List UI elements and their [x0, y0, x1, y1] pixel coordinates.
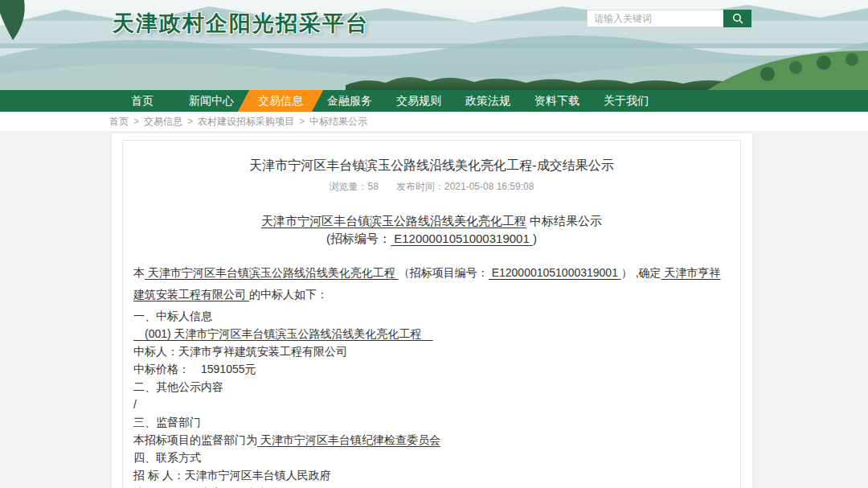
plain-text: 中标价格： 1591055元	[133, 363, 256, 375]
plain-text: 本招标项目的监督部门为	[133, 433, 257, 446]
breadcrumb-separator: >	[187, 116, 193, 127]
plain-text: 的中标人如下：	[249, 288, 328, 301]
notice-heading: 天津市宁河区丰台镇滨玉公路线沿线美化亮化工程 中标结果公示 (招标编号： E12…	[133, 212, 730, 248]
underlined-text: 天津市宁河区丰台镇滨玉公路线沿线美化亮化工程	[261, 214, 526, 228]
publish-time: 2021-05-08 16:59:08	[444, 181, 534, 192]
nav-item[interactable]: 交易信息	[246, 90, 315, 112]
publish-time-label: 发布时间：	[396, 181, 444, 192]
nav-item-label: 交易规则	[396, 94, 441, 107]
nav-item-label: 金融服务	[327, 94, 372, 107]
article-line: 招 标 人：天津市宁河区丰台镇人民政府	[133, 466, 730, 484]
breadcrumb-item[interactable]: 农村建设招标采购项目	[198, 116, 294, 127]
article-line: 二、其他公示内容	[133, 378, 730, 396]
breadcrumb-item[interactable]: 交易信息	[144, 116, 182, 127]
article-line: 本招标项目的监督部门为 天津市宁河区丰台镇纪律检查委员会	[133, 431, 730, 449]
announcement-paragraph: 本 天津市宁河区丰台镇滨玉公路线沿线美化亮化工程 （招标项目编号： E12000…	[133, 262, 730, 306]
plain-text: )	[533, 232, 537, 245]
breadcrumb-separator: >	[133, 116, 139, 127]
underlined-text: 天津市宁河区丰台镇滨玉公路线沿线美化亮化工程	[145, 266, 399, 279]
search-button[interactable]	[723, 10, 751, 27]
plain-text: 一、中标人信息	[133, 310, 212, 322]
article-line: 四、联系方式	[133, 449, 730, 466]
plain-text: 本	[133, 266, 145, 279]
article-line: 一、中标人信息	[133, 307, 730, 325]
underlined-text: E1200001051000319001	[391, 232, 533, 245]
underlined-text: E1200001051000319001	[489, 266, 621, 279]
article-line: 中标价格： 1591055元	[133, 360, 730, 378]
plain-text: （招标项目编号：	[399, 266, 489, 279]
article-meta: 浏览量：58发布时间：2021-05-08 16:59:08	[133, 181, 730, 193]
views-count: 58	[368, 181, 379, 192]
nav-item-label: 新闻中心	[189, 94, 234, 107]
nav-item-label: 资料下载	[534, 94, 579, 107]
article-line: 中标人：天津市亨祥建筑安装工程有限公司	[133, 342, 730, 360]
site-title: 天津政村企阳光招采平台	[113, 9, 369, 38]
views-label: 浏览量：	[330, 181, 368, 192]
plain-text: 三、监督部门	[133, 416, 201, 429]
plain-text: 二、其他公示内容	[133, 380, 223, 393]
nav-item[interactable]: 关于我们	[592, 90, 661, 112]
nav-item[interactable]: 资料下载	[522, 90, 592, 112]
search-input[interactable]	[587, 10, 723, 27]
nav-item[interactable]: 首页	[108, 90, 177, 112]
article-line: 地 址：天津市宁河区丰台镇	[133, 484, 730, 488]
notice-title-line: 天津市宁河区丰台镇滨玉公路线沿线美化亮化工程 中标结果公示	[133, 212, 730, 230]
breadcrumb-item[interactable]: 中标结果公示	[309, 116, 367, 127]
article-line: 三、监督部门	[133, 413, 730, 431]
underlined-text: 天津市宁河区丰台镇纪律检查委员会	[257, 433, 440, 446]
nav-item[interactable]: 新闻中心	[177, 90, 246, 112]
plain-text: (招标编号：	[326, 232, 391, 245]
nav-item[interactable]: 交易规则	[384, 90, 453, 112]
nav-item-label: 关于我们	[604, 94, 649, 107]
plain-text: 中标结果公示	[526, 214, 602, 228]
bid-number-line: (招标编号： E1200001051000319001 )	[133, 230, 730, 248]
nav-menu: 首页新闻中心交易信息金融服务交易规则政策法规资料下载关于我们	[0, 90, 868, 112]
main-content: 天津市宁河区丰台镇滨玉公路线沿线美化亮化工程-成交结果公示 浏览量：58发布时间…	[0, 131, 868, 488]
nav-item-label: 交易信息	[258, 94, 303, 107]
nav-item-label: 首页	[131, 94, 154, 107]
site-header: 天津政村企阳光招采平台	[0, 0, 868, 90]
plain-text: 中标人：天津市亨祥建筑安装工程有限公司	[133, 345, 347, 358]
plain-text: /	[133, 398, 137, 411]
search-icon	[732, 13, 743, 24]
article-body: 一、中标人信息 (001) 天津市宁河区丰台镇滨玉公路线沿线美化亮化工程 中标人…	[133, 307, 730, 488]
article-title: 天津市宁河区丰台镇滨玉公路线沿线美化亮化工程-成交结果公示	[133, 157, 730, 174]
nav-item[interactable]: 金融服务	[315, 90, 384, 112]
search-bar	[587, 10, 751, 27]
article-line: (001) 天津市宁河区丰台镇滨玉公路线沿线美化亮化工程	[133, 325, 730, 342]
content-card: 天津市宁河区丰台镇滨玉公路线沿线美化亮化工程-成交结果公示 浏览量：58发布时间…	[112, 133, 752, 488]
breadcrumb-item[interactable]: 首页	[109, 116, 129, 127]
main-nav: 首页新闻中心交易信息金融服务交易规则政策法规资料下载关于我们	[0, 90, 868, 112]
nav-item[interactable]: 政策法规	[453, 90, 522, 112]
article-box: 天津市宁河区丰台镇滨玉公路线沿线美化亮化工程-成交结果公示 浏览量：58发布时间…	[122, 140, 741, 488]
plain-text: 招 标 人：天津市宁河区丰台镇人民政府	[133, 469, 331, 482]
breadcrumb: 首页>交易信息>农村建设招标采购项目>中标结果公示	[0, 112, 868, 131]
breadcrumb-separator: >	[299, 116, 305, 127]
plain-text: 四、联系方式	[133, 451, 201, 464]
underlined-text: (001) 天津市宁河区丰台镇滨玉公路线沿线美化亮化工程	[133, 327, 433, 340]
plain-text: ） ,确定	[621, 266, 661, 279]
article-line: /	[133, 396, 730, 413]
nav-item-label: 政策法规	[465, 94, 510, 107]
